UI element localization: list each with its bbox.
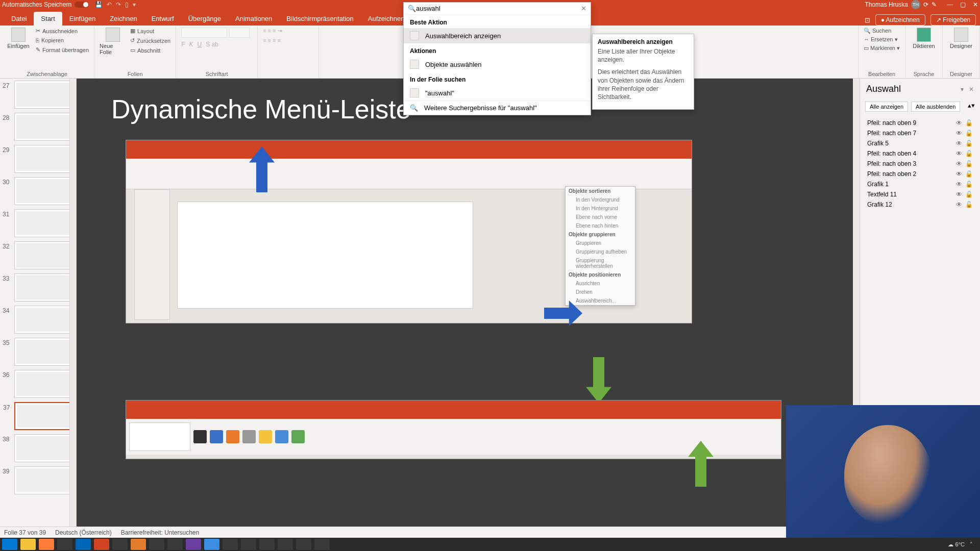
minimize-icon[interactable]: — [947,1,953,8]
taskbar-app[interactable] [39,539,54,550]
thumbnail-slide[interactable]: 37 [14,402,72,430]
new-slide-button[interactable]: Neue Folie [100,28,126,55]
selection-item[interactable]: Pfeil: nach oben 2👁🔓 [860,169,980,179]
slide-thumbnail-pane[interactable]: 27282930313233343536373839 [0,79,77,527]
thumbnail-slide[interactable]: 34 [14,306,72,334]
thumbnail-slide[interactable]: 32 [14,241,72,269]
taskbar-app[interactable] [186,539,201,550]
selection-item[interactable]: Grafik 1👁🔓 [860,179,980,189]
undo-icon[interactable]: ↶ [107,1,112,8]
paste-button[interactable]: Einfügen [5,28,32,49]
taskbar-app[interactable] [223,539,238,550]
save-icon[interactable]: 💾 [95,1,103,8]
thumbnail-slide[interactable]: 27 [14,81,72,109]
format-painter-button[interactable]: ✎ Format übertragen [36,46,89,53]
selection-item[interactable]: Pfeil: nach oben 3👁🔓 [860,159,980,169]
avatar-icon[interactable]: TH [911,0,920,9]
start-button[interactable] [2,539,17,550]
taskbar-app[interactable] [314,539,330,550]
visibility-icon: 👁 [956,191,962,198]
language-button[interactable]: Deutsch (Österreich) [55,529,112,536]
maximize-icon[interactable]: ▢ [960,1,966,8]
search-result-best[interactable]: Auswahlbereich anzeigen [404,28,591,43]
slide-canvas[interactable]: Dynamische Menü-Leiste Objekte sortieren… [77,79,860,527]
tab-praesentation[interactable]: Bildschirmpräsentation [279,12,361,26]
taskbar-app[interactable] [149,539,164,550]
search-more-results[interactable]: 🔍Weitere Suchergebnisse für "auswahl" [404,101,591,115]
taskbar-app[interactable] [57,539,72,550]
tab-datei[interactable]: Datei [4,12,34,26]
more-icon[interactable]: ▾ [133,1,136,8]
dictate-button[interactable]: Diktieren [911,28,937,49]
layout-button[interactable]: ▦ Layout [130,28,170,34]
reset-button[interactable]: ↺ Zurücksetzen [130,37,170,44]
tab-einfuegen[interactable]: Einfügen [62,12,103,26]
share-button[interactable]: ↗ Freigeben [930,14,976,26]
tab-animationen[interactable]: Animationen [228,12,279,26]
thumbnail-slide[interactable]: 31 [14,209,72,237]
user-area[interactable]: Thomas Hruska TH ⟳ ✎ [865,0,937,9]
search-result-action[interactable]: Objekte auswählen [404,57,591,72]
taskbar-app[interactable] [131,539,146,550]
record-button[interactable]: ● Aufzeichnen [875,14,925,26]
ribbon-display-icon[interactable]: ⊡ [865,16,870,24]
pen-icon[interactable]: ✎ [932,1,937,8]
replace-button[interactable]: ↔ Ersetzen ▾ [864,36,900,43]
tray-chevron-icon[interactable]: ˄ [970,541,973,548]
selection-item[interactable]: Pfeil: nach oben 4👁🔓 [860,148,980,159]
selection-item[interactable]: Grafik 5👁🔓 [860,138,980,148]
pane-dropdown-icon[interactable]: ▾ [961,86,964,93]
show-all-button[interactable]: Alle anzeigen [865,102,908,112]
redo-icon[interactable]: ↷ [116,1,121,8]
selection-item[interactable]: Pfeil: nach oben 7👁🔓 [860,128,980,138]
cut-button[interactable]: ✂ Ausschneiden [36,28,89,34]
thumbnail-slide[interactable]: 28 [14,113,72,141]
thumbnail-slide[interactable]: 39 [14,466,72,494]
slide-counter[interactable]: Folie 37 von 39 [4,529,46,536]
hide-all-button[interactable]: Alle ausblenden [911,102,960,112]
lock-icon: 🔓 [965,119,973,127]
clear-search-icon[interactable]: ✕ [581,5,586,12]
thumbnail-slide[interactable]: 35 [14,338,72,366]
quick-access-toolbar[interactable]: 💾 ↶ ↷ ▯ ▾ [95,1,136,8]
taskbar-app[interactable] [76,539,91,550]
autosave-toggle[interactable]: Automatisches Speichern [2,1,89,8]
section-button[interactable]: ▭ Abschnitt [130,47,170,54]
thumbnail-slide[interactable]: 33 [14,273,72,302]
close-icon[interactable]: ✕ [973,1,978,8]
search-in-slide[interactable]: "auswahl" [404,85,591,101]
copy-button[interactable]: ⎘ Kopieren [36,37,89,43]
taskbar-app[interactable] [278,539,293,550]
sync-icon[interactable]: ⟳ [923,1,928,8]
taskbar-app[interactable] [167,539,183,550]
thumbnail-slide[interactable]: 36 [14,370,72,398]
taskbar-app[interactable] [112,539,128,550]
find-button[interactable]: 🔍 Suchen [864,28,900,34]
accessibility-button[interactable]: Barrierefreiheit: Untersuchen [121,529,199,536]
thumbnail-slide[interactable]: 29 [14,145,72,173]
selection-item[interactable]: Grafik 12👁🔓 [860,199,980,210]
tab-uebergaenge[interactable]: Übergänge [181,12,228,26]
taskbar-app[interactable] [259,539,275,550]
select-button[interactable]: ▭ Markieren ▾ [864,45,900,52]
thumbnail-slide[interactable]: 30 [14,177,72,205]
tab-zeichnen[interactable]: Zeichnen [103,12,144,26]
windows-taskbar[interactable]: ☁ 6°C ˄ [0,538,980,551]
thumbnail-slide[interactable]: 38 [14,434,72,462]
pane-close-icon[interactable]: ✕ [969,86,974,93]
taskbar-powerpoint[interactable] [94,539,109,550]
taskbar-app[interactable] [20,539,36,550]
thumbnail-scrollbar[interactable] [69,79,76,527]
selection-item[interactable]: Textfeld 11👁🔓 [860,189,980,199]
selection-item[interactable]: Pfeil: nach oben 9👁🔓 [860,118,980,128]
search-input[interactable] [416,5,581,12]
taskbar-app[interactable] [204,539,219,550]
taskbar-app[interactable] [241,539,256,550]
lock-icon: 🔓 [965,140,973,147]
tab-start[interactable]: Start [34,12,62,26]
designer-button[interactable]: Designer [948,28,974,49]
taskbar-app[interactable] [296,539,311,550]
slideshow-icon[interactable]: ▯ [125,1,129,8]
weather-widget[interactable]: ☁ 6°C [948,541,965,548]
tab-entwurf[interactable]: Entwurf [144,12,181,26]
